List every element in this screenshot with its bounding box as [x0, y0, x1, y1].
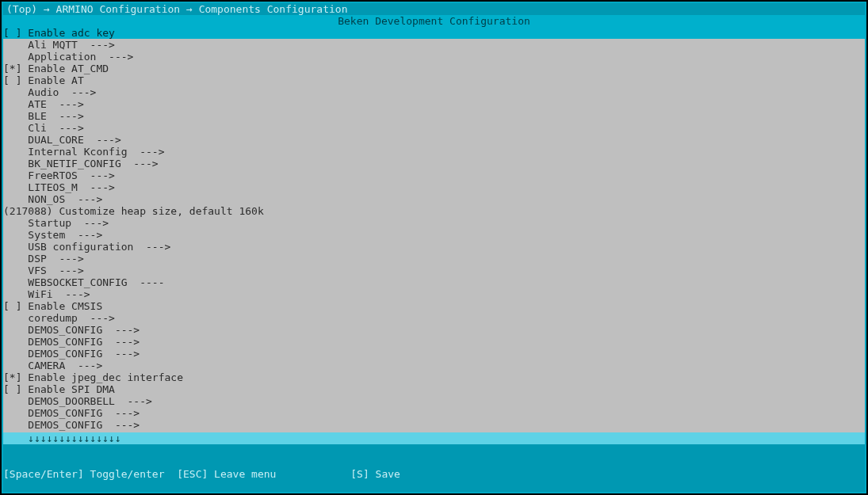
- menu-item[interactable]: Internal Kconfig --->: [3, 146, 865, 158]
- help-bar: [Space/Enter] Toggle/enter [ESC] Leave m…: [3, 444, 865, 492]
- menu-item[interactable]: [*] Enable jpeg_dec interface: [3, 371, 865, 383]
- menu-item[interactable]: DSP --->: [3, 253, 865, 265]
- menu-item[interactable]: DEMOS_CONFIG --->: [3, 336, 865, 348]
- page-title: Beken Development Configuration: [3, 15, 865, 27]
- menu-item[interactable]: DEMOS_CONFIG --->: [3, 407, 865, 419]
- menu-item[interactable]: [*] Enable AT_CMD: [3, 63, 865, 74]
- window: (Top) → ARMINO Configuration → Component…: [2, 2, 866, 493]
- menu-item[interactable]: Ali MQTT --->: [3, 39, 865, 51]
- menu-item[interactable]: DEMOS_CONFIG --->: [3, 348, 865, 360]
- menu-item[interactable]: [ ] Enable SPI DMA: [3, 383, 865, 395]
- menu-item[interactable]: CAMERA --->: [3, 360, 865, 371]
- menu-item[interactable]: VFS --->: [3, 265, 865, 276]
- menu-item[interactable]: coredump --->: [3, 312, 865, 324]
- menu-item[interactable]: Audio --->: [3, 86, 865, 98]
- menu-item[interactable]: FreeRTOS --->: [3, 169, 865, 181]
- menu-item[interactable]: [ ] Enable adc key: [3, 27, 865, 39]
- breadcrumb: (Top) → ARMINO Configuration → Component…: [3, 3, 865, 15]
- menu-item[interactable]: DUAL_CORE --->: [3, 134, 865, 146]
- menu-list[interactable]: [ ] Enable adc key Ali MQTT ---> Applica…: [3, 27, 865, 432]
- menu-item[interactable]: Startup --->: [3, 217, 865, 229]
- menu-item[interactable]: USB configuration --->: [3, 241, 865, 253]
- menu-item[interactable]: BK_NETIF_CONFIG --->: [3, 158, 865, 169]
- scroll-indicator: ↓↓↓↓↓↓↓↓↓↓↓↓↓↓↓: [3, 432, 865, 444]
- menu-item[interactable]: WiFi --->: [3, 288, 865, 300]
- menu-item[interactable]: DEMOS_CONFIG --->: [3, 324, 865, 336]
- menu-item[interactable]: LITEOS_M --->: [3, 181, 865, 193]
- menu-item[interactable]: (217088) Customize heap size, default 16…: [3, 205, 865, 217]
- menu-item[interactable]: [ ] Enable AT: [3, 74, 865, 86]
- menu-item[interactable]: [ ] Enable CMSIS: [3, 300, 865, 312]
- menu-item[interactable]: ATE --->: [3, 98, 865, 110]
- menu-item[interactable]: DEMOS_CONFIG --->: [3, 419, 865, 431]
- menu-item[interactable]: Cli --->: [3, 122, 865, 134]
- menu-item[interactable]: DEMOS_DOORBELL --->: [3, 395, 865, 407]
- menu-item[interactable]: BLE --->: [3, 110, 865, 122]
- help-row: [Space/Enter] Toggle/enter [ESC] Leave m…: [3, 468, 865, 480]
- menu-item[interactable]: System --->: [3, 229, 865, 241]
- menu-item[interactable]: NON_OS --->: [3, 193, 865, 205]
- menu-item[interactable]: Application --->: [3, 51, 865, 63]
- menu-item[interactable]: WEBSOCKET_CONFIG ----: [3, 276, 865, 288]
